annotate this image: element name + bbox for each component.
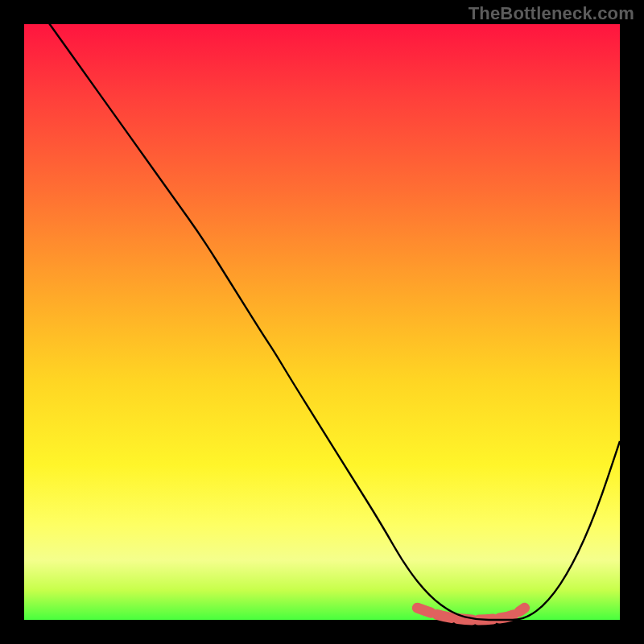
plot-area xyxy=(24,24,620,620)
bottleneck-curve-path xyxy=(24,0,620,620)
chart-frame: TheBottleneck.com xyxy=(0,0,644,644)
watermark-text: TheBottleneck.com xyxy=(469,3,634,24)
curve-svg xyxy=(24,24,620,620)
